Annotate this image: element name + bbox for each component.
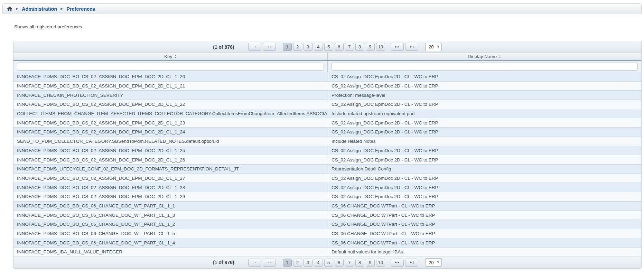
next-page-button[interactable]: ►► <box>391 43 404 51</box>
breadcrumb-separator-icon: ▶ <box>16 7 18 10</box>
page-button-3[interactable]: 3 <box>304 43 312 51</box>
page-button-4[interactable]: 4 <box>314 259 323 267</box>
page-button-9[interactable]: 9 <box>366 43 375 51</box>
page-button-4[interactable]: 4 <box>314 43 323 51</box>
display-name-cell: CS_02 Assign_DOC EpmDoc 2D - CL - WC to … <box>327 155 641 164</box>
column-header-display-name-label: Display Name <box>468 54 497 59</box>
last-page-button[interactable]: ► <box>405 43 418 51</box>
key-cell: INNOFACE_PDMS_DOC_BO_CS_06_CHANGE_DOC_WT… <box>13 238 327 247</box>
display-name-cell: CS_06 CHANGE_DOC WTPart - CL - WC to ERP <box>327 202 641 211</box>
table-row[interactable]: SEND_TO_PDM_COLLECTOR_CATEGORY.SBSendToP… <box>13 137 641 146</box>
sort-icon: ▲▼ <box>174 55 176 58</box>
rows-per-page-select[interactable]: 20 <box>425 258 442 267</box>
column-header-display-name[interactable]: Display Name ▲▼ <box>327 53 642 60</box>
table-row[interactable]: INNOFACE_PDMS_DOC_BO_CS_02_ASSIGN_DOC_EP… <box>13 146 641 155</box>
key-cell: COLLECT_ITEMS_FROM_CHANGE_ITEM_AFFECTED_… <box>13 109 327 118</box>
table-row[interactable]: INNOFACE_PDMS_DOC_BO_CS_06_CHANGE_DOC_WT… <box>13 210 641 220</box>
display-name-cell: CS_02 Assign_DOC EpmDoc 2D - CL - WC to … <box>327 72 641 81</box>
table-row[interactable]: INNOFACE_PDMS_LIFECYCLE_CONF_02_EPM_DOC_… <box>13 164 641 174</box>
display-name-filter-input[interactable] <box>331 63 638 71</box>
preferences-table-panel: (1 of 876)◄◄◄12345678910►►►20∨ Key ▲▼ Di… <box>13 41 642 269</box>
page-button-5[interactable]: 5 <box>324 43 333 51</box>
previous-page-button[interactable]: ◄◄ <box>263 43 276 51</box>
display-name-cell: CS_02 Assign_DOC EpmDoc 2D - CL - WC to … <box>327 174 641 183</box>
display-name-cell: CS_02 Assign_DOC EpmDoc 2D - CL - WC to … <box>327 100 641 109</box>
key-cell: INNOFACE_PDMS_DOC_BO_CS_06_CHANGE_DOC_WT… <box>13 211 327 220</box>
key-cell: INNOFACE_PDMS_DOC_BO_CS_02_ASSIGN_DOC_EP… <box>13 155 327 164</box>
page-button-1[interactable]: 1 <box>283 259 292 267</box>
next-page-button[interactable]: ►► <box>391 259 404 267</box>
key-cell: INNOFACE_PDMS_DOC_BO_CS_06_CHANGE_DOC_WT… <box>13 220 327 229</box>
key-cell: INNOFACE_PDMS_DOC_BO_CS_02_ASSIGN_DOC_EP… <box>13 118 327 127</box>
table-row[interactable]: INNOFACE_PDMS_DOC_BO_CS_02_ASSIGN_DOC_EP… <box>13 100 641 109</box>
previous-page-button[interactable]: ◄◄ <box>263 259 276 267</box>
key-filter-input[interactable] <box>17 63 324 71</box>
breadcrumb: ▶ Administration ▶ Preferences <box>2 3 642 14</box>
table-row[interactable]: INNOFACE_PDMS_IBA_NULL_VALUE_INTEGERDefa… <box>13 247 641 257</box>
page-button-8[interactable]: 8 <box>355 259 364 267</box>
page-button-10[interactable]: 10 <box>376 259 385 267</box>
page-description: Shows all registered preferences. <box>14 24 644 29</box>
display-name-cell: CS_02 Assign_DOC EpmDoc 2D - CL - WC to … <box>327 146 641 155</box>
breadcrumb-link-administration[interactable]: Administration <box>22 6 57 12</box>
display-name-cell: CS_06 CHANGE_DOC WTPart - CL - WC to ERP <box>327 229 641 238</box>
key-cell: INNOFACE_CHECKIN_PROTECTION_SEVERITY <box>13 91 327 100</box>
home-button[interactable] <box>7 6 12 11</box>
page-button-7[interactable]: 7 <box>345 43 354 51</box>
page-button-9[interactable]: 9 <box>366 259 375 267</box>
page-button-5[interactable]: 5 <box>324 259 333 267</box>
table-row[interactable]: INNOFACE_CHECKIN_PROTECTION_SEVERITYProt… <box>13 90 641 100</box>
page-button-3[interactable]: 3 <box>304 259 312 267</box>
key-cell: INNOFACE_PDMS_IBA_NULL_VALUE_INTEGER <box>13 248 327 257</box>
table-row[interactable]: COLLECT_ITEMS_FROM_CHANGE_ITEM_AFFECTED_… <box>13 109 641 118</box>
table-row[interactable]: INNOFACE_PDMS_DOC_BO_CS_02_ASSIGN_DOC_EP… <box>13 127 641 137</box>
paginator-pages: 12345678910 <box>282 43 386 51</box>
first-page-button[interactable]: ◄ <box>248 259 261 267</box>
last-page-button[interactable]: ► <box>405 259 418 267</box>
key-cell: INNOFACE_PDMS_DOC_BO_CS_02_ASSIGN_DOC_EP… <box>13 82 327 91</box>
table-row[interactable]: INNOFACE_PDMS_DOC_BO_CS_02_ASSIGN_DOC_EP… <box>13 155 641 164</box>
page-button-6[interactable]: 6 <box>335 259 344 267</box>
display-name-cell: Representation Detail Config <box>327 165 641 174</box>
rows-per-page-select[interactable]: 20 <box>425 43 442 51</box>
page-button-7[interactable]: 7 <box>345 259 354 267</box>
display-name-cell: CS_06 CHANGE_DOC WTPart - CL - WC to ERP <box>327 238 641 247</box>
rows-per-page: 20∨ <box>425 258 442 267</box>
table-row[interactable]: INNOFACE_PDMS_DOC_BO_CS_02_ASSIGN_DOC_EP… <box>13 118 641 127</box>
table-body: INNOFACE_PDMS_DOC_BO_CS_02_ASSIGN_DOC_EP… <box>13 72 641 257</box>
display-name-cell: CS_06 CHANGE_DOC WTPart - CL - WC to ERP <box>327 220 641 229</box>
key-cell: INNOFACE_PDMS_DOC_BO_CS_02_ASSIGN_DOC_EP… <box>13 192 327 201</box>
table-row[interactable]: INNOFACE_PDMS_DOC_BO_CS_02_ASSIGN_DOC_EP… <box>13 183 641 192</box>
key-cell: SEND_TO_PDM_COLLECTOR_CATEGORY.SBSendToP… <box>13 137 327 146</box>
page-button-1[interactable]: 1 <box>283 43 292 51</box>
display-name-cell: Include related upstream equivalent part <box>327 109 641 118</box>
display-name-cell: CS_02 Assign_DOC EpmDoc 2D - CL - WC to … <box>327 128 641 137</box>
column-header-key-label: Key <box>164 54 172 59</box>
table-row[interactable]: INNOFACE_PDMS_DOC_BO_CS_06_CHANGE_DOC_WT… <box>13 201 641 211</box>
filter-row <box>13 61 641 72</box>
table-row[interactable]: INNOFACE_PDMS_DOC_BO_CS_06_CHANGE_DOC_WT… <box>13 229 641 238</box>
table-row[interactable]: INNOFACE_PDMS_DOC_BO_CS_02_ASSIGN_DOC_EP… <box>13 192 641 201</box>
page-button-6[interactable]: 6 <box>335 43 344 51</box>
table-row[interactable]: INNOFACE_PDMS_DOC_BO_CS_06_CHANGE_DOC_WT… <box>13 220 641 229</box>
display-name-cell: CS_02 Assign_DOC EpmDoc 2D - CL - WC to … <box>327 192 641 201</box>
page-button-10[interactable]: 10 <box>376 43 385 51</box>
key-cell: INNOFACE_PDMS_DOC_BO_CS_02_ASSIGN_DOC_EP… <box>13 146 327 155</box>
table-row[interactable]: INNOFACE_PDMS_DOC_BO_CS_06_CHANGE_DOC_WT… <box>13 238 641 247</box>
key-cell: INNOFACE_PDMS_DOC_BO_CS_02_ASSIGN_DOC_EP… <box>13 128 327 137</box>
table-row[interactable]: INNOFACE_PDMS_DOC_BO_CS_02_ASSIGN_DOC_EP… <box>13 72 641 81</box>
breadcrumb-link-preferences[interactable]: Preferences <box>66 6 95 12</box>
table-row[interactable]: INNOFACE_PDMS_DOC_BO_CS_02_ASSIGN_DOC_EP… <box>13 81 641 91</box>
page-button-2[interactable]: 2 <box>293 43 302 51</box>
first-page-button[interactable]: ◄ <box>248 43 261 51</box>
paginator-pages: 12345678910 <box>282 259 386 267</box>
page-button-2[interactable]: 2 <box>293 259 302 267</box>
paginator-bottom: (1 of 876)◄◄◄12345678910►►►20∨ <box>13 257 641 268</box>
rows-per-page: 20∨ <box>425 43 442 51</box>
column-header-key[interactable]: Key ▲▼ <box>13 53 327 60</box>
paginator-top: (1 of 876)◄◄◄12345678910►►►20∨ <box>13 41 641 53</box>
page-button-8[interactable]: 8 <box>355 43 364 51</box>
paginator-forward-group: ►►► <box>390 259 419 267</box>
table-row[interactable]: INNOFACE_PDMS_DOC_BO_CS_02_ASSIGN_DOC_EP… <box>13 174 641 183</box>
key-cell: INNOFACE_PDMS_DOC_BO_CS_02_ASSIGN_DOC_EP… <box>13 174 327 183</box>
